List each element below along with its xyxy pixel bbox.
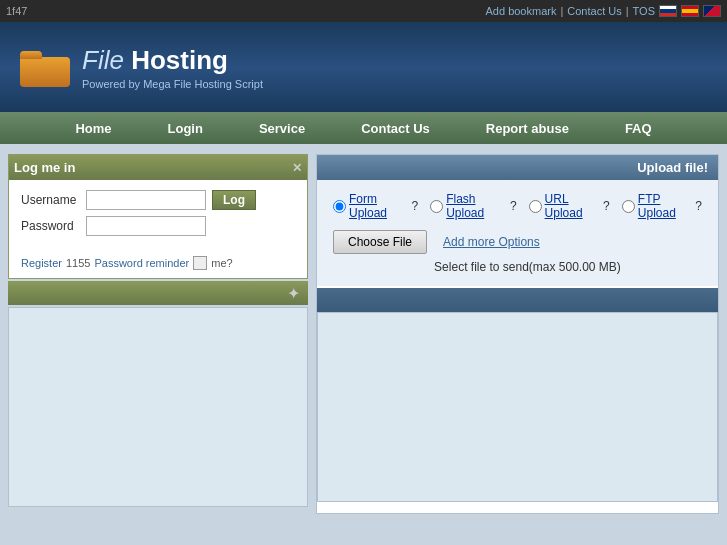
flag-en-icon[interactable] xyxy=(703,5,721,17)
username-label: Username xyxy=(21,193,86,207)
ftp-upload-question: ? xyxy=(695,199,702,213)
add-more-options-link[interactable]: Add more Options xyxy=(443,235,540,249)
username-row: Username Log xyxy=(21,190,295,210)
register-link[interactable]: Register xyxy=(21,257,62,269)
login-close-icon[interactable]: ✕ xyxy=(292,161,302,175)
nav-faq[interactable]: FAQ xyxy=(617,115,660,142)
url-upload-question: ? xyxy=(603,199,610,213)
flash-upload-radio[interactable] xyxy=(430,200,443,213)
tos-link[interactable]: TOS xyxy=(633,5,655,17)
main-nav: Home Login Service Contact Us Report abu… xyxy=(0,112,727,144)
nav-service[interactable]: Service xyxy=(251,115,313,142)
upload-type-row: Form Upload ? Flash Upload ? URL Upload … xyxy=(333,192,702,220)
url-upload-option: URL Upload ? xyxy=(529,192,610,220)
remember-me-label: me? xyxy=(211,257,232,269)
ftp-upload-label[interactable]: FTP Upload xyxy=(638,192,693,220)
nav-abuse[interactable]: Report abuse xyxy=(478,115,577,142)
left-lower-panel xyxy=(8,307,308,507)
logo-area: File Hosting Powered by Mega File Hostin… xyxy=(20,45,263,90)
password-label: Password xyxy=(21,219,86,233)
add-bookmark-link[interactable]: Add bookmark xyxy=(486,5,557,17)
url-upload-radio[interactable] xyxy=(529,200,542,213)
site-header: File Hosting Powered by Mega File Hostin… xyxy=(0,22,727,112)
nav-login[interactable]: Login xyxy=(160,115,211,142)
flash-upload-label[interactable]: Flash Upload xyxy=(446,192,507,220)
flash-upload-option: Flash Upload ? xyxy=(430,192,516,220)
top-bar-links: Add bookmark| Contact Us| TOS xyxy=(486,5,722,17)
login-form: Username Log Password xyxy=(9,180,307,252)
login-footer: Register 1155 Password reminder me? xyxy=(9,252,307,278)
password-input[interactable] xyxy=(86,216,206,236)
flag-es-icon[interactable] xyxy=(681,5,699,17)
register-count: 1155 xyxy=(66,257,90,269)
upload-title: Upload file! xyxy=(637,160,708,175)
file-size-note: Select file to send(max 500.00 MB) xyxy=(333,260,702,274)
form-upload-question: ? xyxy=(412,199,419,213)
folder-icon xyxy=(20,47,70,87)
top-bar: 1f47 Add bookmark| Contact Us| TOS xyxy=(0,0,727,22)
remember-me-checkbox[interactable] xyxy=(193,256,207,270)
username-input[interactable] xyxy=(86,190,206,210)
left-panel: Log me in ✕ Username Log Password Regist… xyxy=(8,154,308,514)
password-row: Password xyxy=(21,216,295,236)
site-title-text: File Hosting xyxy=(82,45,263,76)
right-lower-content xyxy=(317,312,718,502)
site-name-hosting: Hosting xyxy=(131,45,228,75)
upload-lower-bar xyxy=(317,288,718,312)
site-title: File Hosting Powered by Mega File Hostin… xyxy=(82,45,263,90)
ftp-upload-radio[interactable] xyxy=(622,200,635,213)
page-id: 1f47 xyxy=(6,5,27,17)
url-upload-label[interactable]: URL Upload xyxy=(545,192,601,220)
site-name-file: File xyxy=(82,45,124,75)
nav-home[interactable]: Home xyxy=(67,115,119,142)
contact-us-link-top[interactable]: Contact Us xyxy=(567,5,621,17)
form-upload-option: Form Upload ? xyxy=(333,192,418,220)
upload-controls: Choose File Add more Options xyxy=(333,230,702,254)
nav-contact[interactable]: Contact Us xyxy=(353,115,438,142)
flag-ru-icon[interactable] xyxy=(659,5,677,17)
login-box-title-text: Log me in xyxy=(14,160,75,175)
expand-icon[interactable]: ✦ xyxy=(287,284,300,303)
expand-bar: ✦ xyxy=(8,281,308,305)
flash-upload-question: ? xyxy=(510,199,517,213)
right-panel: Upload file! Form Upload ? Flash Upload … xyxy=(316,154,719,514)
form-upload-radio[interactable] xyxy=(333,200,346,213)
login-box: Log me in ✕ Username Log Password Regist… xyxy=(8,154,308,279)
ftp-upload-option: FTP Upload ? xyxy=(622,192,702,220)
login-box-title: Log me in ✕ xyxy=(9,155,307,180)
choose-file-button[interactable]: Choose File xyxy=(333,230,427,254)
password-reminder-link[interactable]: Password reminder xyxy=(94,257,189,269)
upload-header: Upload file! xyxy=(317,155,718,180)
log-button[interactable]: Log xyxy=(212,190,256,210)
powered-by-text: Powered by Mega File Hosting Script xyxy=(82,78,263,90)
content-area: Log me in ✕ Username Log Password Regist… xyxy=(0,144,727,524)
form-upload-label[interactable]: Form Upload xyxy=(349,192,409,220)
upload-body: Form Upload ? Flash Upload ? URL Upload … xyxy=(317,180,718,286)
